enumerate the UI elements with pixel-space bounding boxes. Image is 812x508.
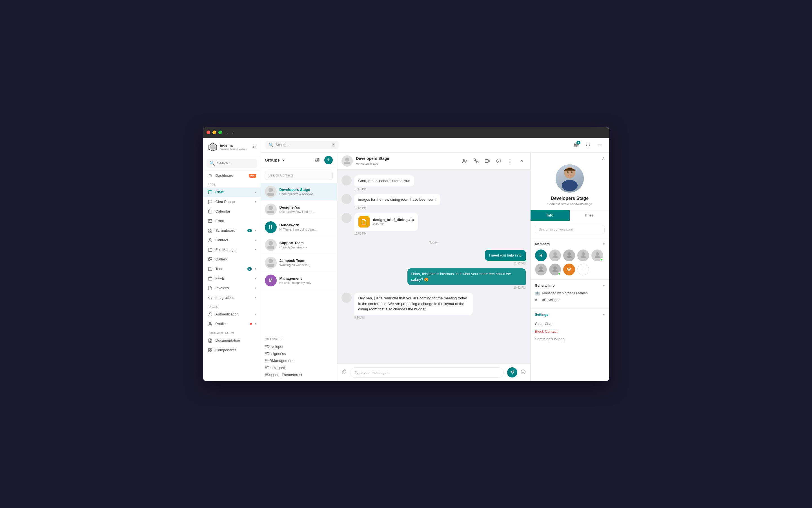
contact-chevron: ▾ [255, 239, 256, 242]
sidebar: i indema Procure | Design | Manage ↤ 🔍 / [203, 138, 261, 381]
member-h[interactable]: H [535, 250, 547, 261]
attach-btn[interactable] [342, 369, 347, 376]
profile-label: Profile [216, 322, 246, 326]
ffe-icon [208, 276, 213, 281]
msg-avatar-1 [342, 175, 352, 185]
channel-team-goals[interactable]: #Team_goals [265, 364, 333, 371]
chat-item-hencework[interactable]: H Hencework Hi There, I am using Jam... [261, 218, 337, 236]
chat-item-support-team[interactable]: Support Team Conect@indema.co [261, 236, 337, 254]
more-options-btn[interactable] [595, 140, 604, 150]
nav-item-todo[interactable]: Todo 2 ▾ [203, 264, 261, 274]
add-chat-btn[interactable]: + [324, 156, 333, 164]
block-contact-btn[interactable]: Block Contact [535, 328, 604, 335]
chat-item-management[interactable]: M Management No calls, telepathy only [261, 272, 337, 290]
more-chat-options-btn[interactable] [505, 157, 514, 166]
member-2[interactable] [549, 250, 561, 261]
gallery-label: Gallery [216, 257, 256, 261]
member-7[interactable] [549, 264, 561, 276]
groups-title[interactable]: Groups [265, 158, 285, 162]
nav-back[interactable]: ‹ [227, 130, 228, 135]
nav-item-integrations[interactable]: Integrations ▾ [203, 293, 261, 302]
msg-time-3: 10:53 PM [354, 232, 418, 235]
minimize-btn[interactable] [213, 130, 216, 134]
dashboard-label: Dashboard [216, 173, 246, 178]
nav-item-file-manager[interactable]: File Manager ▾ [203, 245, 261, 255]
channel-icon: # [535, 298, 540, 302]
dashboard-icon: ⊞ [208, 173, 213, 178]
nav-item-profile[interactable]: Profile ▾ [203, 319, 261, 329]
close-btn[interactable] [207, 130, 210, 134]
message-input[interactable] [350, 367, 504, 378]
add-member-btn[interactable] [460, 157, 469, 166]
info-close-btn[interactable]: ∧ [601, 155, 605, 162]
nav-item-documentation[interactable]: Documentation [203, 336, 261, 345]
nav-item-ffe[interactable]: FF+E ▾ [203, 274, 261, 283]
something-wrong-btn[interactable]: Somthing's Wrong [535, 335, 604, 343]
topbar-search-input[interactable] [276, 143, 329, 147]
chat-info-management: Management No calls, telepathy only [279, 276, 333, 285]
svg-point-42 [510, 162, 510, 163]
svg-rect-26 [577, 145, 578, 147]
profile-chevron: ▾ [255, 322, 256, 325]
members-title: Members ▾ [535, 242, 604, 246]
nav-item-email[interactable]: Email [203, 216, 261, 226]
send-message-btn[interactable] [507, 367, 517, 378]
channel-developer[interactable]: #Developer [265, 343, 333, 350]
members-label: Members [535, 242, 550, 246]
msg-avatar-3 [342, 213, 352, 223]
integrations-label: Integrations [216, 295, 252, 300]
file-manager-icon [208, 247, 213, 252]
chat-preview-hencework: Hi There, I am using Jam... [279, 228, 333, 231]
video-call-btn[interactable] [483, 157, 492, 166]
search-in-conversation-input[interactable] [535, 225, 604, 234]
nav-item-chat[interactable]: Chat ▾ [203, 187, 261, 197]
general-info-chevron[interactable]: ▾ [603, 284, 604, 288]
tab-files[interactable]: Files [570, 210, 609, 221]
notifications-grid-btn[interactable]: 4 [571, 140, 581, 150]
nav-item-components[interactable]: Components [203, 345, 261, 355]
nav-item-authentication[interactable]: Authentication ▾ [203, 309, 261, 319]
member-4[interactable] [577, 250, 589, 261]
members-chevron[interactable]: ▾ [603, 242, 604, 246]
nav-item-gallery[interactable]: Gallery [203, 255, 261, 264]
nav-forward[interactable]: › [232, 130, 234, 135]
member-w[interactable]: W [563, 264, 575, 276]
nav-item-invoices[interactable]: Invoices ▾ [203, 283, 261, 293]
member-5[interactable] [591, 250, 603, 261]
channel-support-themeforest[interactable]: #Support_Themeforest [265, 371, 333, 378]
chat-item-designers[interactable]: Designer'ss Don't know how I did it? ... [261, 201, 337, 218]
ffe-label: FF+E [216, 276, 252, 281]
info-btn[interactable] [494, 157, 503, 166]
chat-name-management: Management [279, 276, 333, 281]
chat-collapse-btn[interactable] [517, 157, 526, 166]
nav-item-chat-popup[interactable]: Chat Popup ▾ [203, 197, 261, 207]
msg-bubble-5: I need you help in it. 11:52 PM [485, 250, 526, 265]
clear-chat-btn[interactable]: Clear Chat [535, 320, 604, 328]
member-3[interactable] [563, 250, 575, 261]
emoji-btn[interactable] [521, 369, 526, 376]
nav-item-calendar[interactable]: Calendar [203, 207, 261, 216]
components-label: Components [216, 348, 256, 352]
chat-avatar-developers-stage [265, 186, 277, 198]
nav-item-contact[interactable]: Contact ▾ [203, 236, 261, 245]
channel-designers[interactable]: #Designer'ss [265, 350, 333, 357]
chat-item-jampack-team[interactable]: Jampack Team Working on wonders :) [261, 254, 337, 272]
member-6[interactable] [535, 264, 547, 276]
contacts-search-input[interactable] [265, 171, 333, 180]
nav-item-scrumboard[interactable]: Scrumboard 3 ▾ [203, 226, 261, 236]
notifications-bell-btn[interactable] [583, 140, 593, 150]
sidebar-toggle[interactable]: ↤ [253, 144, 256, 150]
chat-item-developers-stage[interactable]: Developers Stage Code builders & reviewe… [261, 183, 337, 201]
svg-text:i: i [211, 145, 212, 149]
nav-item-dashboard[interactable]: ⊞ Dashboard Hot [203, 171, 261, 180]
authentication-icon [208, 312, 213, 317]
tab-info[interactable]: Info [531, 210, 570, 221]
channel-hrmanagement[interactable]: #HRManagement [265, 357, 333, 364]
settings-chevron[interactable]: ▾ [603, 313, 604, 316]
add-member-btn-grid[interactable]: + [577, 264, 589, 276]
chat-settings-btn[interactable] [313, 156, 321, 164]
maximize-btn[interactable] [218, 130, 222, 134]
info-avatar [556, 164, 584, 193]
search-input[interactable] [217, 161, 260, 165]
voice-call-btn[interactable] [471, 157, 481, 166]
